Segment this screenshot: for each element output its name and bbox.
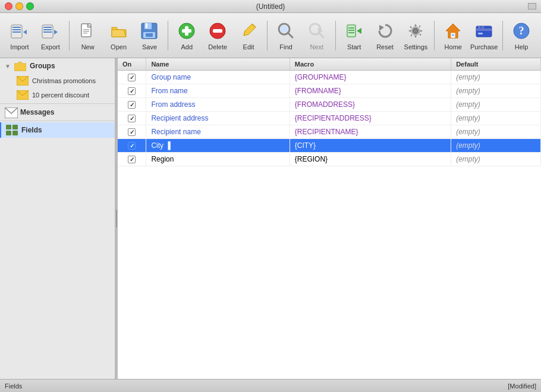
find-button[interactable]: Find <box>271 17 301 55</box>
restore-button[interactable] <box>528 3 536 10</box>
row-checkbox[interactable] <box>128 101 136 109</box>
svg-rect-19 <box>146 33 153 37</box>
messages-envelope-icon <box>5 108 17 117</box>
window-controls[interactable] <box>5 2 34 10</box>
table-row[interactable]: Recipient address {RECIPIENTADDRESS} (em… <box>118 112 541 125</box>
row-default-cell: (empty) <box>451 153 541 166</box>
edit-button[interactable]: Edit <box>234 17 263 55</box>
fields-label: Fields <box>21 126 42 134</box>
title-bar: (Untitled) <box>0 0 541 13</box>
next-button[interactable]: Next <box>302 17 332 55</box>
row-checkbox[interactable] <box>128 156 136 163</box>
next-icon <box>306 20 328 42</box>
new-label: New <box>81 43 95 50</box>
svg-marker-9 <box>54 30 58 34</box>
next-label: Next <box>310 43 324 50</box>
row-macro-cell: {GROUPNAME} <box>290 71 451 84</box>
maximize-button[interactable] <box>26 2 34 10</box>
svg-point-29 <box>281 26 288 33</box>
settings-icon <box>405 20 426 42</box>
col-name: Name <box>146 58 290 71</box>
row-macro-cell: {RECIPIENTADDRESS} <box>290 112 451 125</box>
col-default: Default <box>451 58 541 71</box>
separator-4 <box>335 21 336 50</box>
minimize-button[interactable] <box>15 2 23 10</box>
row-checkbox[interactable] <box>128 74 136 81</box>
import-button[interactable]: Import <box>5 17 34 55</box>
new-button[interactable]: New <box>73 17 103 55</box>
svg-text:?: ? <box>519 25 524 37</box>
row-default-cell: (empty) <box>451 71 541 84</box>
row-on-cell[interactable] <box>118 84 146 98</box>
table-row[interactable]: From address {FROMADDRESS} (empty) <box>118 98 541 112</box>
purchase-button[interactable]: Purchase <box>469 17 499 55</box>
row-on-cell[interactable] <box>118 71 146 84</box>
svg-rect-50 <box>482 26 484 29</box>
svg-marker-35 <box>357 28 361 34</box>
row-checkbox[interactable]: ✓ <box>128 142 136 150</box>
row-name-cell: Recipient address <box>146 112 290 125</box>
row-checkbox[interactable] <box>128 115 136 122</box>
svg-rect-36 <box>348 27 354 29</box>
christmas-label: Christmas promotions <box>32 77 96 84</box>
table-row[interactable]: Recipient name {RECIPIENTNAME} (empty) <box>118 125 541 139</box>
svg-rect-22 <box>182 29 191 33</box>
row-on-cell[interactable] <box>118 98 146 112</box>
svg-rect-37 <box>348 30 354 31</box>
save-button[interactable]: Save <box>135 17 165 55</box>
save-label: Save <box>142 43 157 50</box>
add-label: Add <box>181 43 193 50</box>
separator-1 <box>69 21 70 50</box>
row-macro-cell: {FROMNAME} <box>290 84 451 98</box>
row-name-cell: Group name <box>146 71 290 84</box>
content-area: On Name Macro Default Group name {GROUPN… <box>118 58 541 379</box>
svg-rect-24 <box>213 29 222 33</box>
row-name-cell: Region <box>146 153 290 166</box>
svg-rect-1 <box>12 27 21 28</box>
row-macro-cell: {REGION} <box>290 153 451 166</box>
open-button[interactable]: Open <box>104 17 134 55</box>
delete-button[interactable]: Delete <box>203 17 232 55</box>
svg-rect-49 <box>478 26 480 29</box>
sidebar: ▼ Groups Christmas promotions <box>0 58 115 379</box>
add-button[interactable]: Add <box>172 17 202 55</box>
export-button[interactable]: Export <box>36 17 65 55</box>
sidebar-divider-1 <box>0 103 115 104</box>
table-row[interactable]: From name {FROMNAME} (empty) <box>118 84 541 98</box>
svg-rect-47 <box>476 29 492 31</box>
row-on-cell[interactable]: ✓ <box>118 139 146 153</box>
status-bar: Fields [Modified] <box>0 379 541 392</box>
sidebar-messages[interactable]: Messages <box>0 105 115 119</box>
start-button[interactable]: Start <box>339 17 369 55</box>
settings-button[interactable]: Settings <box>401 17 431 55</box>
sidebar-item-christmas[interactable]: Christmas promotions <box>0 74 115 88</box>
fields-grid-icon <box>6 125 18 135</box>
reset-button[interactable]: Reset <box>370 17 400 55</box>
row-default-cell: (empty) <box>451 112 541 125</box>
purchase-label: Purchase <box>470 43 498 50</box>
table-header-row: On Name Macro Default <box>118 58 541 71</box>
table-row[interactable]: ✓ City ▌ {CITY} (empty) <box>118 139 541 153</box>
table-row[interactable]: Region {REGION} (empty) <box>118 153 541 166</box>
save-icon <box>139 20 160 42</box>
row-checkbox[interactable] <box>128 128 136 136</box>
row-default-cell: (empty) <box>451 139 541 153</box>
row-on-cell[interactable] <box>118 125 146 139</box>
home-label: Home <box>445 43 462 50</box>
help-button[interactable]: ? Help <box>507 17 536 55</box>
row-on-cell[interactable] <box>118 153 146 166</box>
row-checkbox[interactable] <box>128 87 136 95</box>
sidebar-fields[interactable]: Fields <box>0 122 115 138</box>
sidebar-item-tenpercent[interactable]: 10 percent discount <box>0 88 115 102</box>
messages-label: Messages <box>20 108 54 116</box>
help-label: Help <box>515 43 529 50</box>
table-row[interactable]: Group name {GROUPNAME} (empty) <box>118 71 541 84</box>
sidebar-resize-handle[interactable] <box>115 58 118 379</box>
svg-rect-3 <box>12 31 21 33</box>
open-icon <box>108 20 130 42</box>
row-on-cell[interactable] <box>118 112 146 125</box>
row-macro-cell: {CITY} <box>290 139 451 153</box>
sidebar-groups[interactable]: ▼ Groups <box>0 58 115 74</box>
home-button[interactable]: Home <box>438 17 468 55</box>
close-button[interactable] <box>5 2 12 10</box>
